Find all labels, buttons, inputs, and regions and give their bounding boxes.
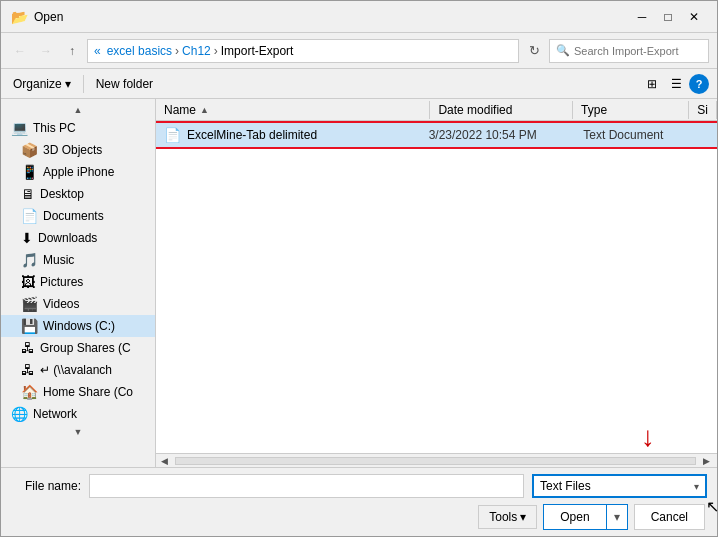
close-button[interactable]: ✕ [681, 7, 707, 27]
breadcrumb-excel-basics[interactable]: excel basics [107, 44, 172, 58]
sidebar-label-documents: Documents [43, 209, 104, 223]
view-details-button[interactable]: ☰ [665, 73, 687, 95]
col-date[interactable]: Date modified [430, 101, 573, 119]
new-folder-button[interactable]: New folder [92, 75, 157, 93]
sidebar-label-desktop: Desktop [40, 187, 84, 201]
h-scroll-right[interactable]: ▶ [700, 456, 713, 466]
title-bar: 📂 Open ─ □ ✕ [1, 1, 717, 33]
sidebar-scroll-up[interactable]: ▲ [1, 103, 155, 117]
filename-row: File name: Text Files ▾ ↖ [11, 474, 707, 498]
address-bar[interactable]: « excel basics › Ch12 › Import-Export [87, 39, 519, 63]
back-button[interactable]: ← [9, 40, 31, 62]
tools-button[interactable]: Tools ▾ [478, 505, 537, 529]
sidebar-item-desktop[interactable]: 🖥 Desktop [1, 183, 155, 205]
sidebar-item-videos[interactable]: 🎬 Videos [1, 293, 155, 315]
cursor-pointer: ↖ [706, 497, 718, 516]
sidebar-item-music[interactable]: 🎵 Music [1, 249, 155, 271]
file-icon: 📄 [164, 127, 181, 143]
sidebar-item-network[interactable]: 🌐 Network [1, 403, 155, 425]
organize-arrow: ▾ [65, 77, 71, 91]
filename-input[interactable] [89, 474, 524, 498]
col-date-label: Date modified [438, 103, 512, 117]
search-bar[interactable]: 🔍 [549, 39, 709, 63]
file-name: ExcelMine-Tab delimited [187, 128, 429, 142]
sidebar-item-documents[interactable]: 📄 Documents [1, 205, 155, 227]
forward-button[interactable]: → [35, 40, 57, 62]
maximize-button[interactable]: □ [655, 7, 681, 27]
breadcrumb-ch12[interactable]: Ch12 [182, 44, 211, 58]
window-controls: ─ □ ✕ [629, 7, 707, 27]
sidebar-item-avalanche[interactable]: 🖧 ↵ (\\avalanch [1, 359, 155, 381]
sidebar-item-group-shares[interactable]: 🖧 Group Shares (C [1, 337, 155, 359]
organize-button[interactable]: Organize ▾ [9, 75, 75, 93]
dialog-icon: 📂 [11, 9, 28, 25]
sidebar-label-avalanche: ↵ (\\avalanch [40, 363, 112, 377]
sidebar-item-pictures[interactable]: 🖼 Pictures [1, 271, 155, 293]
sidebar-label-windows-c: Windows (C:) [43, 319, 115, 333]
dialog-title: Open [34, 10, 629, 24]
sidebar-item-windows-c[interactable]: 💾 Windows (C:) [1, 315, 155, 337]
main-content: ▲ 💻 This PC 📦 3D Objects 📱 Apple iPhone … [1, 99, 717, 467]
sidebar-item-home-share[interactable]: 🏠 Home Share (Co [1, 381, 155, 403]
open-button[interactable]: Open [543, 504, 605, 530]
minimize-button[interactable]: ─ [629, 7, 655, 27]
col-type[interactable]: Type [573, 101, 689, 119]
open-dropdown-arrow: ▾ [614, 510, 620, 524]
h-scroll-left[interactable]: ◀ [158, 456, 171, 466]
navigation-bar: ← → ↑ « excel basics › Ch12 › Import-Exp… [1, 33, 717, 69]
file-type: Text Document [583, 128, 709, 142]
col-name[interactable]: Name ▲ [156, 101, 430, 119]
col-name-label: Name [164, 103, 196, 117]
up-button[interactable]: ↑ [61, 40, 83, 62]
filetype-select[interactable]: Text Files ▾ [532, 474, 707, 498]
table-row[interactable]: 📄 ExcelMine-Tab delimited 3/23/2022 10:5… [156, 123, 717, 147]
open-dialog: 📂 Open ─ □ ✕ ← → ↑ « excel basics › Ch12… [0, 0, 718, 537]
pictures-icon: 🖼 [21, 274, 35, 290]
sidebar-label-videos: Videos [43, 297, 79, 311]
this-pc-icon: 💻 [11, 120, 28, 136]
sidebar-label-pictures: Pictures [40, 275, 83, 289]
sidebar-item-3d-objects[interactable]: 📦 3D Objects [1, 139, 155, 161]
sidebar-label-network: Network [33, 407, 77, 421]
videos-icon: 🎬 [21, 296, 38, 312]
apple-iphone-icon: 📱 [21, 164, 38, 180]
sidebar-item-this-pc[interactable]: 💻 This PC [1, 117, 155, 139]
sidebar-label-apple-iphone: Apple iPhone [43, 165, 114, 179]
sidebar-item-downloads[interactable]: ⬇ Downloads [1, 227, 155, 249]
sidebar-label-home-share: Home Share (Co [43, 385, 133, 399]
downloads-icon: ⬇ [21, 230, 33, 246]
col-size[interactable]: Si [689, 101, 717, 119]
bottom-bar: File name: Text Files ▾ ↖ Tools ▾ Open ▾ [1, 467, 717, 536]
organize-label: Organize [13, 77, 62, 91]
sidebar-label-this-pc: This PC [33, 121, 76, 135]
help-button[interactable]: ? [689, 74, 709, 94]
refresh-button[interactable]: ↻ [523, 40, 545, 62]
cancel-button[interactable]: Cancel [634, 504, 705, 530]
filetype-label: Text Files [540, 479, 591, 493]
filetype-wrapper: Text Files ▾ ↖ [532, 474, 707, 498]
file-date: 3/23/2022 10:54 PM [429, 128, 584, 142]
search-icon: 🔍 [556, 44, 570, 57]
view-buttons: ⊞ ☰ ? [641, 73, 709, 95]
breadcrumb-back[interactable]: « [94, 44, 101, 58]
sidebar-scroll-down[interactable]: ▼ [1, 425, 155, 439]
col-type-label: Type [581, 103, 607, 117]
filename-label: File name: [11, 479, 81, 493]
sidebar-item-apple-iphone[interactable]: 📱 Apple iPhone [1, 161, 155, 183]
horizontal-scrollbar[interactable]: ◀ ▶ ↓ [156, 453, 717, 467]
desktop-icon: 🖥 [21, 186, 35, 202]
sidebar-label-group-shares: Group Shares (C [40, 341, 131, 355]
new-folder-label: New folder [96, 77, 153, 91]
search-input[interactable] [574, 45, 702, 57]
sidebar: ▲ 💻 This PC 📦 3D Objects 📱 Apple iPhone … [1, 99, 156, 467]
view-toggle-button[interactable]: ⊞ [641, 73, 663, 95]
group-shares-icon: 🖧 [21, 340, 35, 356]
music-icon: 🎵 [21, 252, 38, 268]
sidebar-label-music: Music [43, 253, 74, 267]
sidebar-label-downloads: Downloads [38, 231, 97, 245]
avalanche-icon: 🖧 [21, 362, 35, 378]
file-area: Name ▲ Date modified Type Si 📄 ExcelMine… [156, 99, 717, 467]
3d-objects-icon: 📦 [21, 142, 38, 158]
open-dropdown-button[interactable]: ▾ [606, 504, 628, 530]
tools-label: Tools [489, 510, 517, 524]
